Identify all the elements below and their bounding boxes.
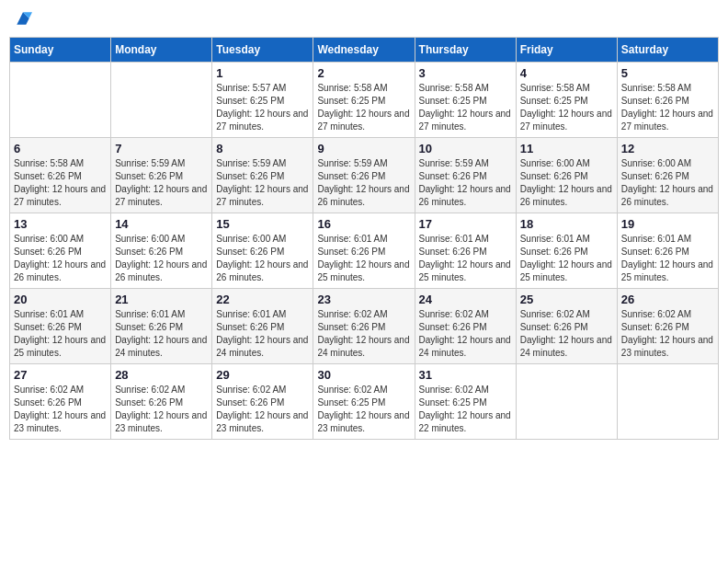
day-info: Sunrise: 6:01 AM Sunset: 6:26 PM Dayligh…: [621, 233, 714, 284]
calendar-cell: 9Sunrise: 5:59 AM Sunset: 6:26 PM Daylig…: [313, 138, 415, 213]
calendar-cell: 3Sunrise: 5:58 AM Sunset: 6:25 PM Daylig…: [415, 63, 516, 138]
day-info: Sunrise: 6:02 AM Sunset: 6:26 PM Dayligh…: [419, 308, 512, 360]
calendar-cell: 21Sunrise: 6:01 AM Sunset: 6:26 PM Dayli…: [111, 289, 212, 364]
day-number: 16: [317, 217, 410, 231]
day-number: 14: [115, 217, 208, 231]
day-number: 9: [317, 142, 410, 155]
calendar-week-4: 20Sunrise: 6:01 AM Sunset: 6:26 PM Dayli…: [10, 289, 719, 364]
day-number: 1: [216, 66, 309, 80]
day-info: Sunrise: 6:02 AM Sunset: 6:26 PM Dayligh…: [115, 384, 208, 435]
calendar-cell: 26Sunrise: 6:02 AM Sunset: 6:26 PM Dayli…: [617, 289, 718, 364]
calendar-cell: 31Sunrise: 6:02 AM Sunset: 6:25 PM Dayli…: [415, 364, 516, 440]
calendar-week-2: 6Sunrise: 5:58 AM Sunset: 6:26 PM Daylig…: [10, 138, 719, 213]
day-number: 18: [520, 217, 613, 231]
calendar-cell: 6Sunrise: 5:58 AM Sunset: 6:26 PM Daylig…: [10, 138, 111, 213]
calendar-cell: [516, 364, 617, 440]
day-number: 22: [216, 293, 309, 306]
calendar-cell: [111, 63, 212, 138]
day-info: Sunrise: 6:00 AM Sunset: 6:26 PM Dayligh…: [14, 233, 107, 284]
calendar-cell: 17Sunrise: 6:01 AM Sunset: 6:26 PM Dayli…: [415, 213, 516, 289]
day-info: Sunrise: 6:00 AM Sunset: 6:26 PM Dayligh…: [216, 233, 309, 284]
day-info: Sunrise: 6:01 AM Sunset: 6:26 PM Dayligh…: [520, 233, 613, 284]
day-info: Sunrise: 6:01 AM Sunset: 6:26 PM Dayligh…: [216, 308, 309, 360]
calendar-cell: 13Sunrise: 6:00 AM Sunset: 6:26 PM Dayli…: [10, 213, 111, 289]
day-info: Sunrise: 6:02 AM Sunset: 6:26 PM Dayligh…: [317, 308, 410, 360]
calendar-header-row: SundayMondayTuesdayWednesdayThursdayFrid…: [10, 38, 719, 63]
day-info: Sunrise: 6:01 AM Sunset: 6:26 PM Dayligh…: [115, 308, 208, 360]
day-header-sunday: Sunday: [10, 38, 111, 63]
day-number: 3: [419, 66, 512, 80]
calendar-cell: 12Sunrise: 6:00 AM Sunset: 6:26 PM Dayli…: [617, 138, 718, 213]
day-number: 12: [621, 142, 714, 155]
calendar-cell: 27Sunrise: 6:02 AM Sunset: 6:26 PM Dayli…: [10, 364, 111, 440]
day-info: Sunrise: 5:58 AM Sunset: 6:25 PM Dayligh…: [419, 82, 512, 133]
day-info: Sunrise: 6:02 AM Sunset: 6:26 PM Dayligh…: [621, 308, 714, 360]
day-header-monday: Monday: [111, 38, 212, 63]
day-info: Sunrise: 5:58 AM Sunset: 6:25 PM Dayligh…: [317, 82, 410, 133]
day-info: Sunrise: 6:01 AM Sunset: 6:26 PM Dayligh…: [14, 308, 107, 360]
day-number: 23: [317, 293, 410, 306]
day-info: Sunrise: 5:58 AM Sunset: 6:25 PM Dayligh…: [520, 82, 613, 133]
calendar-cell: 29Sunrise: 6:02 AM Sunset: 6:26 PM Dayli…: [212, 364, 313, 440]
day-info: Sunrise: 5:59 AM Sunset: 6:26 PM Dayligh…: [419, 157, 512, 209]
day-number: 21: [115, 293, 208, 306]
calendar-cell: 2Sunrise: 5:58 AM Sunset: 6:25 PM Daylig…: [313, 63, 415, 138]
day-header-saturday: Saturday: [617, 38, 718, 63]
day-number: 19: [621, 217, 714, 231]
day-header-thursday: Thursday: [415, 38, 516, 63]
calendar-cell: 11Sunrise: 6:00 AM Sunset: 6:26 PM Dayli…: [516, 138, 617, 213]
calendar-cell: 18Sunrise: 6:01 AM Sunset: 6:26 PM Dayli…: [516, 213, 617, 289]
day-info: Sunrise: 6:02 AM Sunset: 6:26 PM Dayligh…: [14, 384, 107, 435]
calendar-cell: 24Sunrise: 6:02 AM Sunset: 6:26 PM Dayli…: [415, 289, 516, 364]
day-header-tuesday: Tuesday: [212, 38, 313, 63]
day-number: 10: [419, 142, 512, 155]
calendar-cell: 20Sunrise: 6:01 AM Sunset: 6:26 PM Dayli…: [10, 289, 111, 364]
calendar-cell: 5Sunrise: 5:58 AM Sunset: 6:26 PM Daylig…: [617, 63, 718, 138]
day-number: 25: [520, 293, 613, 306]
day-number: 24: [419, 293, 512, 306]
calendar-cell: [617, 364, 718, 440]
calendar-week-5: 27Sunrise: 6:02 AM Sunset: 6:26 PM Dayli…: [10, 364, 719, 440]
day-info: Sunrise: 5:59 AM Sunset: 6:26 PM Dayligh…: [216, 157, 309, 209]
day-header-wednesday: Wednesday: [313, 38, 415, 63]
calendar-cell: 30Sunrise: 6:02 AM Sunset: 6:25 PM Dayli…: [313, 364, 415, 440]
day-info: Sunrise: 5:58 AM Sunset: 6:26 PM Dayligh…: [14, 157, 107, 209]
day-info: Sunrise: 6:00 AM Sunset: 6:26 PM Dayligh…: [115, 233, 208, 284]
calendar-cell: 15Sunrise: 6:00 AM Sunset: 6:26 PM Dayli…: [212, 213, 313, 289]
day-number: 27: [14, 368, 107, 382]
day-info: Sunrise: 6:00 AM Sunset: 6:26 PM Dayligh…: [520, 157, 613, 209]
day-number: 2: [317, 66, 410, 80]
day-number: 7: [115, 142, 208, 155]
calendar-cell: 14Sunrise: 6:00 AM Sunset: 6:26 PM Dayli…: [111, 213, 212, 289]
day-info: Sunrise: 5:57 AM Sunset: 6:25 PM Dayligh…: [216, 82, 309, 133]
day-info: Sunrise: 6:01 AM Sunset: 6:26 PM Dayligh…: [419, 233, 512, 284]
logo: [14, 9, 36, 28]
logo-icon: [14, 9, 32, 28]
calendar-cell: 4Sunrise: 5:58 AM Sunset: 6:25 PM Daylig…: [516, 63, 617, 138]
day-number: 8: [216, 142, 309, 155]
day-number: 4: [520, 66, 613, 80]
calendar-cell: 25Sunrise: 6:02 AM Sunset: 6:26 PM Dayli…: [516, 289, 617, 364]
day-number: 13: [14, 217, 107, 231]
day-header-friday: Friday: [516, 38, 617, 63]
calendar-cell: 8Sunrise: 5:59 AM Sunset: 6:26 PM Daylig…: [212, 138, 313, 213]
day-number: 6: [14, 142, 107, 155]
calendar-cell: 28Sunrise: 6:02 AM Sunset: 6:26 PM Dayli…: [111, 364, 212, 440]
calendar-cell: 16Sunrise: 6:01 AM Sunset: 6:26 PM Dayli…: [313, 213, 415, 289]
day-number: 30: [317, 368, 410, 382]
day-number: 28: [115, 368, 208, 382]
day-number: 17: [419, 217, 512, 231]
calendar-cell: [10, 63, 111, 138]
calendar-cell: 22Sunrise: 6:01 AM Sunset: 6:26 PM Dayli…: [212, 289, 313, 364]
calendar-week-1: 1Sunrise: 5:57 AM Sunset: 6:25 PM Daylig…: [10, 63, 719, 138]
day-info: Sunrise: 6:01 AM Sunset: 6:26 PM Dayligh…: [317, 233, 410, 284]
day-number: 26: [621, 293, 714, 306]
day-number: 31: [419, 368, 512, 382]
day-number: 20: [14, 293, 107, 306]
page-header: [9, 9, 719, 28]
calendar-cell: 19Sunrise: 6:01 AM Sunset: 6:26 PM Dayli…: [617, 213, 718, 289]
calendar-table: SundayMondayTuesdayWednesdayThursdayFrid…: [9, 37, 719, 440]
day-info: Sunrise: 6:02 AM Sunset: 6:26 PM Dayligh…: [520, 308, 613, 360]
day-number: 11: [520, 142, 613, 155]
day-info: Sunrise: 5:59 AM Sunset: 6:26 PM Dayligh…: [317, 157, 410, 209]
